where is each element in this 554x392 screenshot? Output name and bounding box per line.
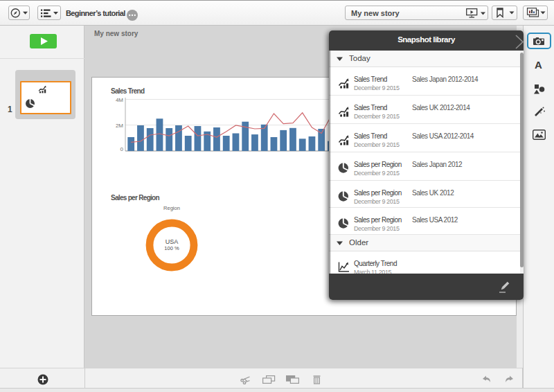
svg-text:0: 0 (120, 146, 124, 152)
svg-text:4M: 4M (116, 97, 123, 103)
svg-text:100 %: 100 % (164, 245, 179, 251)
svg-text:USA: USA (166, 238, 179, 245)
svg-text:2M: 2M (116, 123, 123, 129)
